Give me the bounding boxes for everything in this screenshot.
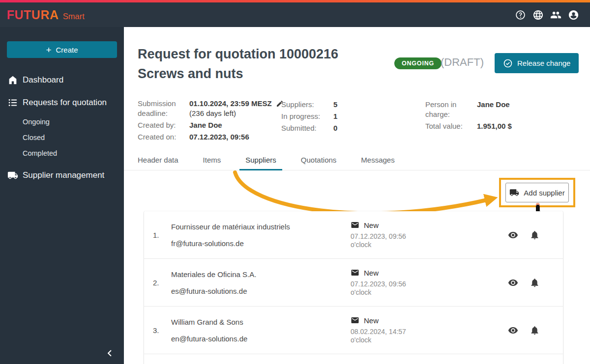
person-in-charge-label: Person in charge: xyxy=(425,100,477,119)
sidebar-item-completed[interactable]: Completed xyxy=(0,145,124,161)
tab-header-data[interactable]: Header data xyxy=(132,151,184,170)
mail-icon xyxy=(351,268,359,277)
supplier-info: William Grand & Sons en@futura-solutions… xyxy=(168,318,351,343)
supplier-status: New 08.02.2024, 14:57 o'clock xyxy=(351,316,508,344)
sidebar-nav: Dashboard Requests for quotation Ongoing… xyxy=(0,69,124,187)
account-icon[interactable] xyxy=(568,9,579,21)
home-icon xyxy=(7,75,18,85)
submitted-value: 0 xyxy=(333,123,337,133)
view-eye-icon[interactable] xyxy=(508,278,518,288)
meta-column-dates: Submission deadline: 01.10.2024, 23:59 M… xyxy=(138,99,284,142)
supplier-list-card: 1. Fournisseur de matériaux industriels … xyxy=(144,211,563,364)
truck-icon xyxy=(7,170,18,181)
sidebar-item-requests[interactable]: Requests for quotation xyxy=(0,91,124,114)
status-date: 07.12.2023, 09:56 xyxy=(351,232,508,241)
status-text: New xyxy=(364,221,379,229)
days-left-value: (236 days left) xyxy=(189,109,284,118)
status-badge: ONGOING xyxy=(394,57,442,69)
status-date: 07.12.2023, 09:56 xyxy=(351,280,508,288)
total-value-value: 1.951,00 $ xyxy=(477,121,512,131)
supplier-info: Fournisseur de matériaux industriels fr@… xyxy=(168,223,351,248)
in-progress-label: In progress: xyxy=(281,112,333,121)
view-eye-icon[interactable] xyxy=(508,325,518,336)
sidebar-item-supplier-management[interactable]: Supplier management xyxy=(0,164,124,187)
sidebar: + Create Dashboard Requests for quotatio… xyxy=(0,27,124,364)
status-date-suffix: o'clock xyxy=(351,288,508,297)
created-on-value: 07.12.2023, 09:56 xyxy=(189,132,284,142)
submission-deadline-label: Submission deadline: xyxy=(138,99,189,118)
status-text: New xyxy=(364,316,379,325)
sidebar-item-label: Requests for quotation xyxy=(23,98,107,108)
page-title-line2: Screws and nuts xyxy=(138,64,338,84)
in-progress-value: 1 xyxy=(333,112,337,121)
sidebar-item-dashboard[interactable]: Dashboard xyxy=(0,69,124,91)
status-text: New xyxy=(364,269,379,277)
sidebar-item-ongoing[interactable]: Ongoing xyxy=(0,114,124,130)
topbar-icon-group xyxy=(515,9,579,21)
created-by-value: Jane Doe xyxy=(189,120,284,130)
supplier-info: Materiales de Oficina S.A. es@futura-sol… xyxy=(168,270,351,295)
row-actions xyxy=(508,325,552,336)
submission-deadline-value: 01.10.2024, 23:59 MESZ xyxy=(189,99,272,109)
list-icon xyxy=(7,97,18,108)
language-globe-icon[interactable] xyxy=(532,9,544,21)
total-value-label: Total value: xyxy=(425,121,477,131)
person-in-charge-value: Jane Doe xyxy=(477,100,512,119)
row-index: 1. xyxy=(153,231,168,239)
create-button-label: Create xyxy=(56,46,78,54)
supplier-status: New 07.12.2023, 09:56 o'clock xyxy=(351,268,508,297)
row-index: 3. xyxy=(153,326,168,335)
page-title-line1: Request for quotation 10000216 xyxy=(138,44,338,64)
page-title: Request for quotation 10000216 Screws an… xyxy=(138,44,338,84)
sidebar-item-closed[interactable]: Closed xyxy=(0,130,124,145)
release-change-label: Release change xyxy=(517,59,570,67)
supplier-email: en@futura-solutions.de xyxy=(171,335,346,343)
sidebar-item-label: Dashboard xyxy=(23,75,63,85)
supplier-name: Materiales de Oficina S.A. xyxy=(171,270,346,279)
plus-icon: + xyxy=(46,45,51,55)
sidebar-item-label: Supplier management xyxy=(23,170,104,180)
notification-bell-icon[interactable] xyxy=(530,230,540,240)
sidebar-collapse-chevron-icon[interactable] xyxy=(103,347,116,360)
supplier-name: William Grand & Sons xyxy=(171,318,346,326)
release-change-button[interactable]: Release change xyxy=(495,53,579,73)
notification-bell-icon[interactable] xyxy=(530,278,540,288)
add-supplier-button[interactable]: Add supplier xyxy=(505,183,569,202)
brand-suffix: Smart xyxy=(63,12,85,21)
truck-icon xyxy=(509,188,519,197)
meta-column-owner: Person in charge: Jane Doe Total value: … xyxy=(425,100,512,131)
supplier-row: 3. William Grand & Sons en@futura-soluti… xyxy=(144,307,563,354)
suppliers-count-value: 5 xyxy=(333,100,337,110)
brand-logo: FUTURA Smart xyxy=(7,8,85,22)
create-button[interactable]: + Create xyxy=(7,41,117,58)
tab-messages[interactable]: Messages xyxy=(355,151,400,170)
notification-bell-icon[interactable] xyxy=(530,325,540,336)
status-date-suffix: o'clock xyxy=(351,336,508,344)
view-eye-icon[interactable] xyxy=(508,230,518,240)
help-icon[interactable] xyxy=(515,9,526,21)
created-by-label: Created by: xyxy=(138,120,189,130)
supplier-status: New 07.12.2023, 09:56 o'clock xyxy=(351,221,508,249)
top-bar: FUTURA Smart xyxy=(0,2,590,27)
annotation-highlight-box: Add supplier xyxy=(499,178,575,207)
supplier-row: 2. Materiales de Oficina S.A. es@futura-… xyxy=(144,259,563,307)
suppliers-count-label: Suppliers: xyxy=(281,100,333,110)
check-circle-icon xyxy=(503,58,513,68)
user-group-icon[interactable] xyxy=(550,9,561,21)
row-actions xyxy=(508,278,552,288)
main-content: Request for quotation 10000216 Screws an… xyxy=(124,27,590,364)
status-date-suffix: o'clock xyxy=(351,241,508,249)
tab-suppliers[interactable]: Suppliers xyxy=(239,151,282,170)
mail-icon xyxy=(351,316,359,325)
supplier-row: 1. Fournisseur de matériaux industriels … xyxy=(144,211,563,259)
tab-quotations[interactable]: Quotations xyxy=(295,151,343,170)
tab-items[interactable]: Items xyxy=(197,151,227,170)
brand-name: FUTURA xyxy=(7,8,59,22)
supplier-email: fr@futura-solutions.de xyxy=(171,239,346,248)
supplier-email: es@futura-solutions.de xyxy=(171,287,346,295)
add-supplier-label: Add supplier xyxy=(524,189,564,197)
draft-label: (DRAFT) xyxy=(441,56,484,69)
status-date: 08.02.2024, 14:57 xyxy=(351,328,508,336)
mail-icon xyxy=(351,221,359,229)
meta-column-counts: Suppliers: 5 In progress: 1 Submitted: 0 xyxy=(281,100,337,133)
